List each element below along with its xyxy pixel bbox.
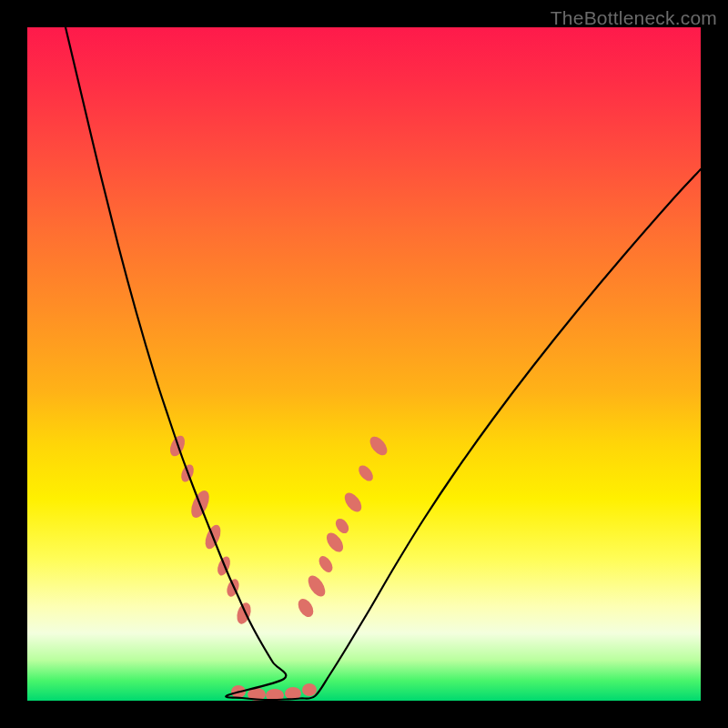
curve-marker	[302, 683, 317, 696]
curve-marker	[305, 572, 329, 599]
curve-marker	[341, 490, 365, 515]
curve-marker	[356, 462, 376, 483]
marker-layer	[167, 433, 390, 701]
chart-svg	[27, 27, 701, 701]
curve-marker	[323, 530, 346, 555]
curve-marker	[367, 433, 390, 458]
bottleneck-curve	[66, 27, 701, 700]
curve-marker	[295, 596, 317, 620]
curve-marker	[316, 553, 335, 574]
curve-marker	[333, 516, 351, 536]
curve-marker	[225, 578, 241, 599]
plot-area	[27, 27, 701, 701]
chart-frame: TheBottleneck.com	[0, 0, 728, 728]
watermark-text: TheBottleneck.com	[551, 7, 717, 29]
